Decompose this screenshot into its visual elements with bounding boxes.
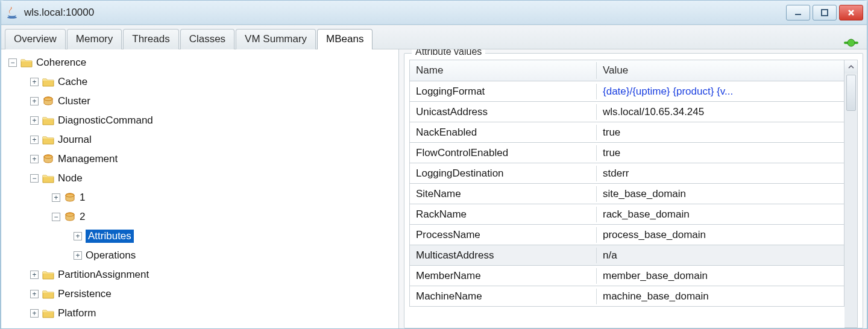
attribute-value: wls.local/10.65.34.245 [597,104,844,120]
attribute-row[interactable]: LoggingFormat{date}/{uptime} {product} {… [409,81,844,102]
attribute-value: rack_base_domain [597,207,844,222]
maximize-button[interactable] [813,5,837,20]
bean-icon [42,96,54,107]
attribute-value: true [597,125,844,140]
expand-toggle[interactable]: + [52,193,60,202]
tree-node-2[interactable]: 2 [80,211,85,223]
attribute-value: stderr [597,166,844,181]
expand-toggle[interactable]: + [30,97,39,105]
svg-rect-2 [822,10,828,16]
expand-toggle[interactable]: + [74,251,82,260]
svg-point-0 [7,16,17,18]
attribute-panel: Attribute values Name Value LoggingForma… [399,49,867,328]
table-scrollbar[interactable] [844,60,858,328]
tab-memory[interactable]: Memory [67,29,122,49]
tree-leaf-attributes[interactable]: Attributes [86,230,134,243]
tree-leaf-operations[interactable]: Operations [86,249,136,262]
column-value[interactable]: Value [597,62,844,79]
client-area: Overview Memory Threads Classes VM Summa… [1,25,867,328]
folder-icon [42,289,54,299]
tree-item-persistence[interactable]: Persistence [58,288,112,300]
expand-toggle[interactable]: − [8,58,17,67]
folder-icon [42,115,54,126]
expand-toggle[interactable]: + [30,136,39,144]
tree-item-node[interactable]: Node [58,172,83,184]
attribute-row[interactable]: UnicastAddresswls.local/10.65.34.245 [409,102,844,122]
folder-icon [42,77,54,87]
attribute-name: NackEnabled [410,125,597,140]
attribute-value[interactable]: {date}/{uptime} {product} {v... [597,84,844,99]
attribute-row[interactable]: MulticastAddressn/a [409,245,844,266]
attribute-name: SiteName [410,186,597,202]
tree-item-cache[interactable]: Cache [58,76,87,88]
attribute-values-legend: Attribute values [412,49,485,57]
attribute-row[interactable]: NackEnabledtrue [409,122,844,143]
bean-icon [64,212,76,222]
mbean-tree[interactable]: − Coherence +Cache+Cluster+DiagnosticCom… [1,49,399,328]
tree-item-cluster[interactable]: Cluster [58,95,90,107]
expand-toggle[interactable]: + [30,309,39,318]
bean-icon [42,154,54,164]
tab-mbeans[interactable]: MBeans [317,29,373,49]
attribute-name: MemberName [410,268,597,284]
tree-item-diagnosticcommand[interactable]: DiagnosticCommand [58,114,153,127]
tree-item-management[interactable]: Management [58,153,118,165]
expand-toggle[interactable]: − [30,174,39,183]
tree-node-1[interactable]: 1 [80,192,85,204]
folder-icon [20,57,33,68]
expand-toggle[interactable]: − [52,213,60,221]
folder-icon [42,134,54,145]
svg-rect-1 [795,14,801,15]
expand-toggle[interactable]: + [30,271,39,279]
folder-icon [42,173,54,184]
titlebar[interactable]: wls.local:10000 [1,1,867,25]
attribute-value: true [597,145,844,161]
attribute-table-header: Name Value [409,60,844,81]
jconsole-window: wls.local:10000 Overview Memory Threads … [1,0,867,329]
tab-bar: Overview Memory Threads Classes VM Summa… [1,25,867,49]
folder-icon [42,308,54,319]
tab-overview[interactable]: Overview [5,29,66,49]
folder-icon [42,269,54,280]
window-title: wls.local:10000 [24,7,94,19]
svg-point-4 [848,39,855,46]
attribute-name: RackName [410,207,597,222]
minimize-button[interactable] [786,5,810,20]
content-area: − Coherence +Cache+Cluster+DiagnosticCom… [1,49,867,328]
attribute-name: LoggingFormat [410,84,597,99]
attribute-row[interactable]: FlowControlEnabledtrue [409,143,844,163]
java-icon [5,5,19,20]
tab-classes[interactable]: Classes [180,29,234,49]
attribute-value: machine_base_domain [597,289,844,304]
bean-icon [64,192,76,203]
tree-item-platform[interactable]: Platform [58,307,96,319]
attribute-name: UnicastAddress [410,104,597,120]
attribute-value: site_base_domain [597,186,844,202]
expand-toggle[interactable]: + [30,78,39,86]
tab-vm-summary[interactable]: VM Summary [236,29,316,49]
tab-threads[interactable]: Threads [123,29,178,49]
column-name[interactable]: Name [410,62,597,79]
attribute-row[interactable]: ProcessNameprocess_base_domain [409,225,844,245]
tree-item-partitionassignment[interactable]: PartitionAssignment [58,269,149,281]
close-button[interactable] [839,5,863,20]
scroll-thumb[interactable] [846,75,856,111]
attribute-row[interactable]: RackNamerack_base_domain [409,204,844,225]
expand-toggle[interactable]: + [30,155,39,163]
attribute-value: process_base_domain [597,227,844,243]
attribute-row[interactable]: SiteNamesite_base_domain [409,184,844,204]
expand-toggle[interactable]: + [74,232,82,240]
tree-root-label[interactable]: Coherence [36,57,86,69]
attribute-name: LoggingDestination [410,166,597,181]
tree-item-journal[interactable]: Journal [58,134,92,146]
attribute-row[interactable]: MachineNamemachine_base_domain [409,286,844,307]
attribute-name: FlowControlEnabled [410,145,597,161]
connection-status-icon [843,37,860,49]
expand-toggle[interactable]: + [30,290,39,298]
expand-toggle[interactable]: + [30,116,39,125]
attribute-row[interactable]: LoggingDestinationstderr [409,163,844,184]
attribute-name: ProcessName [410,227,597,243]
attribute-name: MachineName [410,289,597,304]
scroll-up-button[interactable] [844,60,857,74]
attribute-row[interactable]: MemberNamemember_base_domain [409,266,844,286]
